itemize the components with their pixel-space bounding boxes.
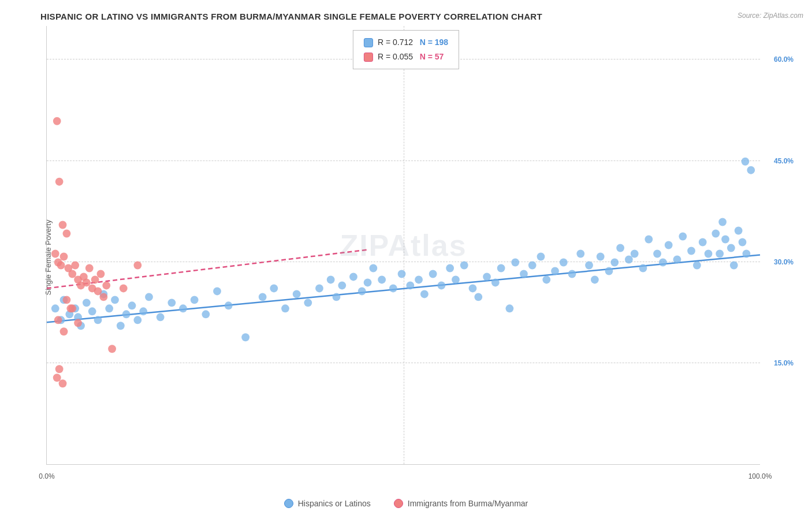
svg-point-52 (460, 261, 468, 269)
svg-point-15 (117, 322, 125, 330)
scatter-svg (47, 26, 760, 464)
svg-point-46 (415, 275, 423, 283)
svg-point-23 (179, 304, 187, 312)
svg-point-102 (51, 249, 59, 258)
svg-point-58 (505, 304, 513, 312)
chart-title: HISPANIC OR LATINO VS IMMIGRANTS FROM BU… (40, 12, 806, 21)
svg-point-79 (659, 258, 667, 266)
svg-point-83 (687, 247, 695, 255)
svg-point-112 (83, 278, 91, 286)
svg-point-75 (631, 249, 639, 258)
svg-point-95 (742, 158, 750, 166)
legend-r-pink: R = 0.055 N = 57 (378, 50, 444, 64)
svg-point-105 (60, 252, 68, 260)
svg-point-124 (53, 374, 61, 382)
svg-point-31 (281, 304, 289, 312)
svg-point-25 (202, 310, 210, 318)
svg-point-33 (304, 298, 312, 307)
svg-point-24 (191, 296, 199, 304)
svg-point-32 (293, 290, 301, 298)
svg-point-72 (610, 258, 619, 266)
svg-point-11 (94, 316, 102, 324)
svg-point-35 (327, 275, 335, 283)
legend-label-blue: Hispanics or Latinos (298, 499, 371, 508)
legend-item-pink: Immigrants from Burma/Myanmar (394, 499, 528, 508)
svg-point-62 (537, 252, 545, 260)
svg-point-37 (338, 281, 346, 289)
svg-point-97 (718, 218, 727, 226)
svg-point-104 (57, 261, 65, 269)
svg-point-74 (625, 255, 633, 263)
legend-row-blue: R = 0.712 N = 198 (364, 35, 448, 50)
svg-point-85 (699, 238, 707, 247)
svg-point-26 (213, 287, 221, 295)
svg-point-131 (133, 261, 141, 269)
svg-point-54 (474, 293, 482, 301)
chart-plot-area: ZIPAtlas 60.0% 45.0% 30.0% 15.0% 0.0% 10… (46, 26, 760, 465)
svg-point-107 (68, 270, 76, 278)
svg-point-44 (398, 270, 406, 278)
svg-point-92 (735, 227, 743, 235)
svg-point-84 (693, 261, 701, 269)
svg-point-59 (511, 258, 519, 266)
svg-point-51 (452, 275, 460, 283)
svg-point-76 (639, 264, 647, 272)
svg-point-2 (51, 304, 59, 312)
legend-item-blue: Hispanics or Latinos (284, 499, 371, 508)
svg-point-127 (63, 296, 71, 304)
y-tick-15: 15.0% (774, 359, 794, 367)
svg-point-81 (673, 255, 681, 263)
svg-point-40 (364, 278, 372, 286)
svg-point-115 (91, 275, 99, 283)
bottom-legend: Hispanics or Latinos Immigrants from Bur… (0, 499, 812, 508)
svg-point-22 (167, 298, 176, 307)
svg-point-68 (585, 261, 593, 269)
legend-row-pink: R = 0.055 N = 57 (364, 50, 448, 64)
svg-point-17 (128, 301, 136, 309)
legend-circle-pink (394, 499, 403, 508)
svg-point-118 (99, 293, 107, 301)
svg-point-18 (133, 316, 141, 324)
svg-point-48 (429, 270, 437, 278)
svg-point-120 (54, 316, 62, 324)
svg-point-101 (63, 230, 71, 238)
svg-point-64 (551, 267, 559, 275)
source-label: Source: ZipAtlas.com (737, 12, 803, 20)
svg-point-100 (59, 221, 67, 229)
svg-point-38 (349, 273, 357, 281)
svg-point-57 (497, 264, 505, 272)
svg-point-93 (739, 238, 747, 247)
svg-point-45 (406, 281, 414, 289)
svg-point-19 (139, 307, 147, 315)
svg-point-98 (53, 117, 61, 125)
svg-point-80 (665, 241, 673, 249)
legend-r-blue: R = 0.712 N = 198 (378, 35, 448, 50)
legend-color-pink (364, 53, 373, 62)
svg-point-113 (85, 264, 94, 272)
svg-point-67 (576, 249, 584, 258)
svg-point-39 (358, 287, 366, 295)
svg-point-125 (55, 365, 64, 373)
svg-point-86 (705, 249, 713, 258)
svg-point-61 (528, 261, 537, 269)
legend-circle-blue (284, 499, 293, 508)
svg-point-56 (491, 278, 500, 286)
svg-point-70 (597, 252, 605, 260)
chart-container: HISPANIC OR LATINO VS IMMIGRANTS FROM BU… (0, 0, 812, 515)
svg-point-42 (378, 275, 386, 283)
legend-color-blue (364, 38, 373, 47)
x-tick-100: 100.0% (748, 472, 772, 480)
svg-point-88 (716, 249, 724, 258)
svg-point-27 (225, 301, 233, 309)
svg-point-129 (108, 345, 116, 353)
svg-point-20 (145, 293, 153, 301)
svg-point-89 (721, 236, 729, 244)
svg-point-49 (437, 281, 445, 289)
svg-point-10 (88, 307, 96, 315)
svg-point-121 (60, 327, 68, 335)
svg-point-9 (83, 298, 91, 307)
svg-point-108 (71, 261, 79, 269)
legend-box: R = 0.712 N = 198 R = 0.055 N = 57 (353, 30, 459, 69)
svg-point-43 (389, 284, 397, 292)
svg-point-82 (679, 233, 687, 241)
